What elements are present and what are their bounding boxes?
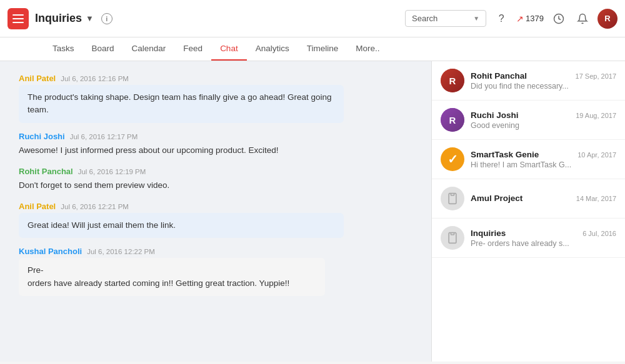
contact-date: 17 Sep, 2017 xyxy=(576,72,616,80)
sidebar-contact-inquiries[interactable]: Inquiries 6 Jul, 2016 Pre- orders have a… xyxy=(432,219,625,258)
sidebar: R Rohit Panchal 17 Sep, 2017 Did you fin… xyxy=(431,61,625,362)
contact-preview: Good evening xyxy=(471,121,616,130)
message-header: Ruchi Joshi Jul 6, 2016 12:17 PM xyxy=(19,132,412,141)
contact-info: Inquiries 6 Jul, 2016 Pre- orders have a… xyxy=(471,229,616,248)
contact-date: 14 Mar, 2017 xyxy=(576,195,616,202)
hamburger-button[interactable] xyxy=(8,8,29,29)
trend-count: 1379 xyxy=(526,14,544,23)
contact-top: SmartTask Genie 10 Apr, 2017 xyxy=(471,150,616,159)
avatar: R xyxy=(441,108,464,132)
tab-timeline[interactable]: Timeline xyxy=(298,37,348,61)
message-time: Jul 6, 2016 12:22 PM xyxy=(87,248,155,255)
chat-area: Anil Patel Jul 6, 2016 12:16 PM The prod… xyxy=(0,61,431,362)
message-author: Kushal Pancholi xyxy=(19,247,82,256)
contact-top: Inquiries 6 Jul, 2016 xyxy=(471,229,616,238)
search-dropdown-icon: ▼ xyxy=(473,15,479,22)
contact-name: Amul Project xyxy=(471,194,522,203)
contact-preview: Hi there! I am SmartTask G... xyxy=(471,160,616,169)
message-header: Kushal Pancholi Jul 6, 2016 12:22 PM xyxy=(19,247,412,256)
tab-tasks[interactable]: Tasks xyxy=(44,37,83,61)
main-layout: Anil Patel Jul 6, 2016 12:16 PM The prod… xyxy=(0,61,625,362)
topbar-right: Search ▼ ? ↗ 1379 R xyxy=(405,9,618,29)
sidebar-contact-rohit[interactable]: R Rohit Panchal 17 Sep, 2017 Did you fin… xyxy=(432,61,625,101)
project-title: Inquiries ▼ i xyxy=(35,12,112,25)
hamburger-line-2 xyxy=(12,18,24,19)
clock-icon[interactable] xyxy=(550,10,568,27)
message-time: Jul 6, 2016 12:19 PM xyxy=(78,168,146,175)
nav-tabs: Tasks Board Calendar Feed Chat Analytics… xyxy=(0,37,625,61)
svg-rect-2 xyxy=(451,233,454,235)
list-item: Anil Patel Jul 6, 2016 12:16 PM The prod… xyxy=(19,74,412,123)
tab-analytics[interactable]: Analytics xyxy=(247,37,298,61)
message-author: Ruchi Joshi xyxy=(19,132,65,141)
smarttask-avatar: ✓ xyxy=(441,147,464,171)
project-name: Inquiries xyxy=(35,12,82,25)
message-bubble: The product's taking shape. Design team … xyxy=(19,85,344,123)
search-box[interactable]: Search ▼ xyxy=(405,10,486,27)
contact-name: Ruchi Joshi xyxy=(471,111,519,120)
tab-feed[interactable]: Feed xyxy=(174,37,211,61)
contact-info: Amul Project 14 Mar, 2017 xyxy=(471,194,616,204)
contact-top: Amul Project 14 Mar, 2017 xyxy=(471,194,616,203)
contact-name: SmartTask Genie xyxy=(471,150,539,159)
trend-icon: ↗ xyxy=(516,14,524,24)
contact-top: Rohit Panchal 17 Sep, 2017 xyxy=(471,71,616,81)
message-author: Anil Patel xyxy=(19,74,56,83)
contact-info: Ruchi Joshi 19 Aug, 2017 Good evening xyxy=(471,111,616,130)
hamburger-line-1 xyxy=(12,14,24,16)
svg-rect-1 xyxy=(451,194,454,195)
contact-preview: Did you find the necessary... xyxy=(471,82,616,91)
message-time: Jul 6, 2016 12:21 PM xyxy=(61,203,129,210)
bell-icon[interactable] xyxy=(574,10,591,27)
contact-preview: Pre- orders have already s... xyxy=(471,239,616,248)
sidebar-contact-ruchi[interactable]: R Ruchi Joshi 19 Aug, 2017 Good evening xyxy=(432,101,625,140)
message-author: Anil Patel xyxy=(19,202,56,211)
help-icon[interactable]: ? xyxy=(492,10,510,27)
contact-top: Ruchi Joshi 19 Aug, 2017 xyxy=(471,111,616,120)
message-time: Jul 6, 2016 12:17 PM xyxy=(70,133,138,140)
info-icon[interactable]: i xyxy=(101,13,112,24)
user-avatar[interactable]: R xyxy=(598,9,618,29)
tab-board[interactable]: Board xyxy=(83,37,123,61)
trend-badge: ↗ 1379 xyxy=(516,14,544,24)
clipboard-icon xyxy=(441,187,464,210)
message-text: Don't forget to send them preview video. xyxy=(19,178,344,193)
contact-info: SmartTask Genie 10 Apr, 2017 Hi there! I… xyxy=(471,150,616,169)
message-header: Anil Patel Jul 6, 2016 12:21 PM xyxy=(19,202,412,211)
contact-name: Inquiries xyxy=(471,229,506,238)
clipboard-icon xyxy=(441,226,464,250)
sidebar-contact-smarttask[interactable]: ✓ SmartTask Genie 10 Apr, 2017 Hi there!… xyxy=(432,140,625,179)
message-text: Awesome! I just informed press about our… xyxy=(19,143,344,158)
list-item: Anil Patel Jul 6, 2016 12:21 PM Great id… xyxy=(19,202,412,238)
hamburger-line-3 xyxy=(12,22,24,23)
contact-date: 19 Aug, 2017 xyxy=(576,112,616,119)
message-header: Anil Patel Jul 6, 2016 12:16 PM xyxy=(19,74,412,83)
message-time: Jul 6, 2016 12:16 PM xyxy=(61,75,129,82)
list-item: Ruchi Joshi Jul 6, 2016 12:17 PM Awesome… xyxy=(19,132,412,158)
contact-date: 6 Jul, 2016 xyxy=(582,230,616,237)
tab-chat[interactable]: Chat xyxy=(211,37,247,61)
list-item: Kushal Pancholi Jul 6, 2016 12:22 PM Pre… xyxy=(19,247,412,296)
contact-info: Rohit Panchal 17 Sep, 2017 Did you find … xyxy=(471,71,616,91)
message-header: Rohit Panchal Jul 6, 2016 12:19 PM xyxy=(19,167,412,176)
search-label: Search xyxy=(412,14,438,23)
contact-date: 10 Apr, 2017 xyxy=(578,151,616,159)
message-author: Rohit Panchal xyxy=(19,167,73,176)
project-dropdown-arrow[interactable]: ▼ xyxy=(86,14,94,23)
avatar: R xyxy=(441,69,464,92)
tab-more[interactable]: More.. xyxy=(347,37,388,61)
list-item: Rohit Panchal Jul 6, 2016 12:19 PM Don't… xyxy=(19,167,412,193)
message-text: Pre- orders have already started coming … xyxy=(19,258,325,296)
contact-name: Rohit Panchal xyxy=(471,71,527,81)
tab-calendar[interactable]: Calendar xyxy=(123,37,175,61)
topbar: Inquiries ▼ i Search ▼ ? ↗ 1379 R xyxy=(0,0,625,37)
message-bubble: Great idea! Will just email them the lin… xyxy=(19,213,344,238)
sidebar-contact-amul[interactable]: Amul Project 14 Mar, 2017 xyxy=(432,179,625,219)
